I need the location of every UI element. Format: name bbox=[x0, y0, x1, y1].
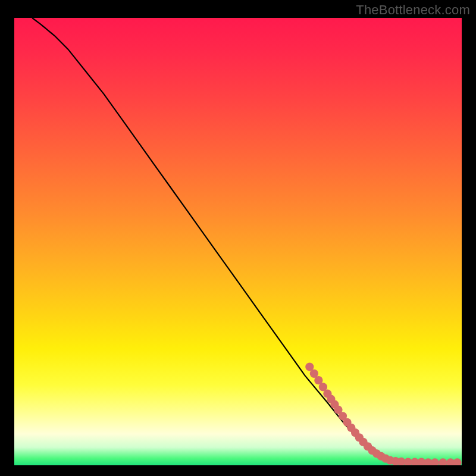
data-dot bbox=[431, 458, 439, 465]
data-dots bbox=[305, 362, 461, 465]
data-dot bbox=[453, 458, 461, 465]
attribution-label: TheBottleneck.com bbox=[356, 2, 470, 18]
plot-area bbox=[14, 18, 462, 465]
chart-overlay bbox=[14, 18, 462, 465]
bottleneck-curve bbox=[32, 18, 457, 462]
chart-frame: TheBottleneck.com bbox=[0, 0, 476, 476]
data-dot bbox=[439, 458, 447, 465]
